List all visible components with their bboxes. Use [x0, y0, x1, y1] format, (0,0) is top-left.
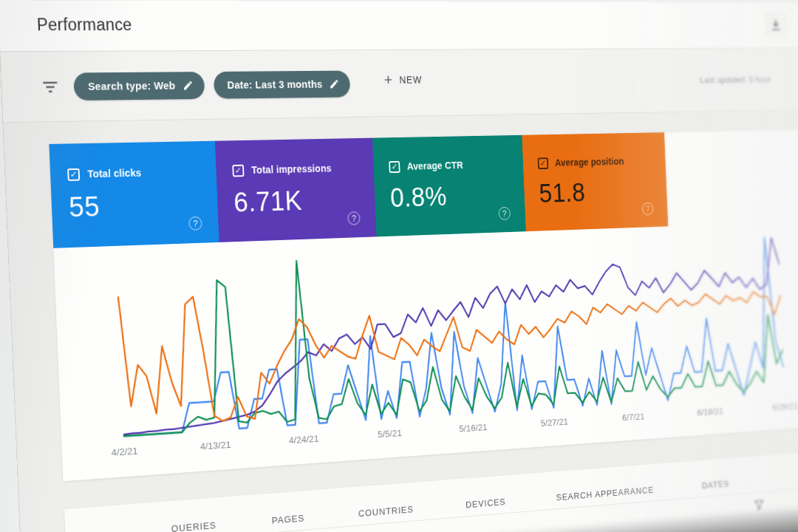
tab-pages[interactable]: PAGES [271, 506, 304, 532]
metric-card-ctr[interactable]: ✓Average CTR0.8%? [372, 135, 526, 237]
x-axis-tick-label: 6/29/21 [772, 401, 798, 413]
metric-label: Total clicks [87, 167, 141, 180]
last-updated-text: Last updated: 5 hour [700, 74, 798, 85]
chip-label: Date: Last 3 months [227, 78, 322, 91]
tab-dates[interactable]: DATES [701, 473, 729, 497]
funnel-icon [754, 499, 764, 511]
checkbox-checked-icon[interactable]: ✓ [538, 157, 549, 169]
tab-queries[interactable]: QUERIES [171, 514, 216, 532]
x-axis-tick-label: 6/18/21 [697, 406, 723, 417]
x-axis-tick-label: 4/2/21 [111, 446, 137, 458]
photo-frame: Performance Search type: WebDate: Last 3… [0, 0, 798, 532]
pencil-icon [182, 80, 194, 92]
metric-value: 51.8 [539, 176, 653, 208]
tab-devices[interactable]: DEVICES [466, 491, 506, 516]
header: Performance [0, 0, 798, 52]
performance-card: ✓Total clicks55?✓Total impressions6.71K?… [49, 129, 798, 481]
help-icon[interactable]: ? [188, 216, 202, 231]
performance-chart: 4/2/214/13/214/24/215/5/215/16/215/27/21… [53, 221, 798, 482]
filter-toolbar: Search type: WebDate: Last 3 months + NE… [0, 48, 798, 123]
page-title: Performance [36, 15, 132, 35]
download-button[interactable] [764, 12, 788, 38]
metric-value: 55 [68, 188, 202, 223]
pencil-icon [329, 78, 340, 89]
filter-list-icon[interactable] [42, 80, 60, 95]
chip-label: Search type: Web [88, 80, 176, 92]
x-axis-tick-label: 5/16/21 [459, 422, 488, 434]
series-line-ctr [117, 242, 785, 437]
metric-card-position[interactable]: ✓Average position51.8? [522, 132, 668, 231]
table-filter-button[interactable] [751, 499, 768, 514]
checkbox-checked-icon[interactable]: ✓ [389, 160, 400, 172]
metric-label: Total impressions [251, 163, 332, 176]
plus-icon: + [383, 73, 392, 87]
x-axis-tick-label: 4/24/21 [289, 433, 319, 446]
line-chart: 4/2/214/13/214/24/215/5/215/16/215/27/21… [53, 221, 798, 482]
x-axis-tick-label: 5/27/21 [540, 416, 568, 428]
x-axis-tick-label: 5/5/21 [378, 428, 402, 440]
help-icon[interactable]: ? [347, 211, 361, 225]
checkbox-checked-icon[interactable]: ✓ [67, 168, 80, 180]
metric-value: 6.71K [233, 184, 361, 218]
metric-value: 0.8% [389, 180, 510, 213]
tab-search-appearance[interactable]: SEARCH APPEARANCE [556, 479, 655, 509]
metric-card-impressions[interactable]: ✓Total impressions6.71K? [215, 138, 377, 242]
metric-label: Average CTR [407, 160, 464, 172]
filter-chip[interactable]: Date: Last 3 months [213, 71, 350, 99]
metric-card-clicks[interactable]: ✓Total clicks55? [49, 141, 219, 248]
tab-countries[interactable]: COUNTRIES [358, 498, 414, 525]
help-icon[interactable]: ? [642, 202, 654, 216]
new-filter-label: NEW [399, 74, 422, 85]
new-filter-button[interactable]: + NEW [380, 72, 426, 88]
download-icon [769, 18, 782, 32]
filter-chip[interactable]: Search type: Web [73, 72, 205, 100]
x-axis-tick-label: 6/7/21 [622, 411, 645, 423]
x-axis-tick-label: 4/13/21 [200, 439, 231, 451]
help-icon[interactable]: ? [498, 207, 511, 220]
metric-label: Average position [555, 156, 624, 168]
filter-chips: Search type: WebDate: Last 3 months [73, 71, 350, 100]
search-console-window: Performance Search type: WebDate: Last 3… [0, 0, 798, 532]
checkbox-checked-icon[interactable]: ✓ [232, 164, 244, 177]
